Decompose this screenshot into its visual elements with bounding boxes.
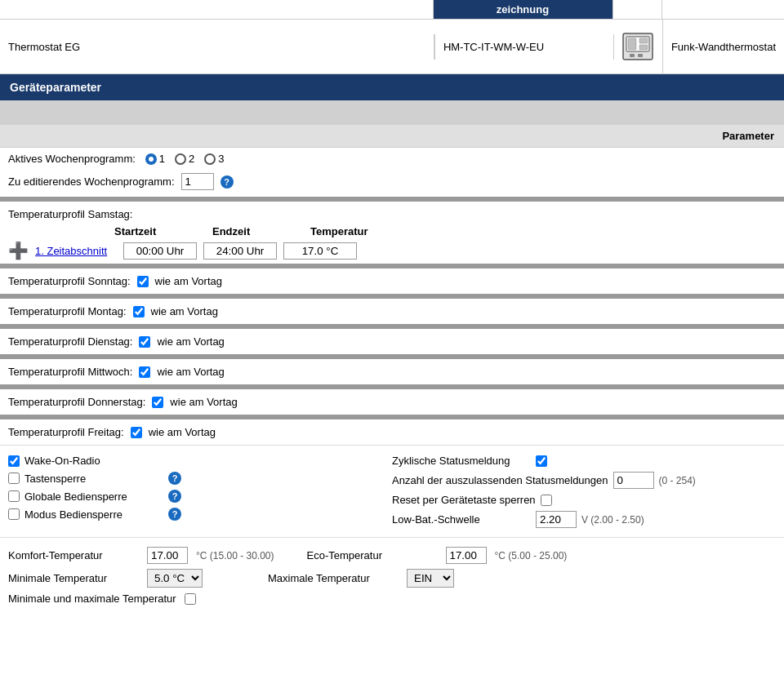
device-model: HM-TC-IT-WM-W-EU [434,34,614,60]
svg-rect-4 [639,45,648,50]
profile-label-4: Temperaturprofil Donnerstag: [8,396,145,408]
profile-row-2: Temperaturprofil Dienstag: wie am Vortag [0,329,784,354]
wake-on-radio-checkbox[interactable] [8,455,20,467]
modus-bediensperre-help-icon[interactable]: ? [168,508,181,521]
profile-checkbox-0[interactable] [137,276,149,287]
radio-label-1: 1 [159,153,165,165]
profile-label-2: Temperaturprofil Dienstag: [8,335,132,348]
radio-empty-2 [175,153,186,165]
profile-label-1: Temperaturprofil Montag: [8,305,127,317]
wake-on-radio-label: Wake-On-Radio [24,455,163,467]
globale-bediensperre-row: Globale Bediensperre ? [8,487,392,505]
col-endzeit: Endzeit [212,225,310,237]
profile-label-5: Temperaturprofil Freitag: [8,426,124,438]
editieren-label: Zu editierendes Wochenprogramm: [8,175,175,188]
profile-checkbox-1[interactable] [133,306,145,317]
zeitabschnitt-row: ➕ 1. Zeitabschnitt [8,241,776,260]
anzahl-range: (0 - 254) [659,475,696,486]
zyklische-label: Zyklische Statusmeldung [392,455,531,467]
radio-filled-1 [145,153,157,165]
editieren-spinbox[interactable] [181,173,214,190]
komfort-range: °C (15.00 - 30.00) [196,550,274,561]
add-icon[interactable]: ➕ [8,241,29,260]
section-title: Geräteparameter [0,74,784,100]
svg-rect-6 [638,54,643,57]
radio-option-2[interactable]: 2 [175,153,194,165]
svg-rect-3 [639,38,648,43]
modus-bediensperre-label: Modus Bediensperre [24,508,163,521]
device-header: Thermostat EG HM-TC-IT-WM-W-EU Funk-Wand… [0,20,784,74]
wochenprogramm-row: Aktives Wochenprogramm: 1 2 3 [0,148,784,170]
profile-checkbox-5[interactable] [131,427,142,438]
profile-row-3: Temperaturprofil Mittwoch: wie am Vortag [0,359,784,384]
thermostat-icon [621,30,654,63]
param-header: Parameter [0,125,784,148]
editieren-row: Zu editierendes Wochenprogramm: ? [0,170,784,197]
zyklische-row: Zyklische Statusmeldung [392,452,776,469]
zeitabschnitt-label[interactable]: 1. Zeitabschnitt [35,245,117,257]
tastensperre-help-icon[interactable]: ? [168,472,181,485]
minmax-row: Minimale und maximale Temperatur [8,590,776,607]
samstag-title: Temperaturprofil Samstag: [8,208,776,220]
device-type: Funk-Wandthermostat [663,34,784,60]
profile-checkbox-3[interactable] [139,366,150,378]
device-name: Thermostat EG [0,34,434,60]
radio-label-2: 2 [189,153,194,165]
profile-row-1: Temperaturprofil Montag: wie am Vortag [0,299,784,324]
zyklische-checkbox[interactable] [536,455,547,467]
col-startzeit: Startzeit [114,225,212,237]
min-temp-row: Minimale Temperatur 5.0 °C 5.5 °C 6.0 °C… [8,566,776,590]
svg-rect-5 [630,54,635,57]
col-zeichnung-header: zeichnung [433,0,612,20]
wochenprogramm-label: Aktives Wochenprogramm: [8,153,136,165]
profile-row-5: Temperaturprofil Freitag: wie am Vortag [0,419,784,445]
wie-vortag-text-3: wie am Vortag [157,366,224,378]
globale-bediensperre-checkbox[interactable] [8,490,20,502]
editieren-help-icon[interactable]: ? [220,175,234,189]
globale-bediensperre-label: Globale Bediensperre [24,490,163,503]
radio-option-3[interactable]: 3 [204,153,224,165]
settings-section: Wake-On-Radio Tastensperre ? Globale Bed… [0,445,784,537]
profile-label-3: Temperaturprofil Mittwoch: [8,366,132,378]
profile-checkbox-4[interactable] [152,397,163,408]
tastensperre-checkbox[interactable] [8,473,20,484]
profile-checkbox-2[interactable] [139,336,150,348]
komfort-input[interactable] [147,547,188,564]
reset-label: Reset per Gerätetaste sperren [392,494,536,506]
reset-row: Reset per Gerätetaste sperren [392,491,776,508]
minmax-label: Minimale und maximale Temperatur [8,592,176,605]
komfort-label: Komfort-Temperatur [8,549,139,561]
tastensperre-row: Tastensperre ? [8,469,392,487]
lowbat-input[interactable] [536,511,577,528]
modus-bediensperre-row: Modus Bediensperre ? [8,505,392,523]
wie-vortag-text-0: wie am Vortag [155,275,222,287]
radio-option-1[interactable]: 1 [145,153,165,165]
lowbat-row: Low-Bat.-Schwelle V (2.00 - 2.50) [392,508,776,530]
start-time-input[interactable] [123,242,197,260]
minmax-checkbox[interactable] [185,593,196,605]
wie-vortag-text-1: wie am Vortag [151,305,218,317]
anzahl-input[interactable] [613,472,654,489]
modus-bediensperre-checkbox[interactable] [8,508,20,520]
wake-on-radio-row: Wake-On-Radio [8,452,392,469]
max-temp-select[interactable]: EIN AUS [407,569,454,588]
profile-label-0: Temperaturprofil Sonntag: [8,275,131,287]
wie-vortag-text-5: wie am Vortag [149,426,216,438]
radio-label-3: 3 [218,153,224,165]
tastensperre-label: Tastensperre [24,473,163,485]
svg-rect-2 [628,38,636,50]
temp-input[interactable] [283,242,357,260]
anzahl-row: Anzahl der auszulassenden Statusmeldunge… [392,469,776,491]
profiles-container: Temperaturprofil Sonntag: wie am Vortag … [0,264,784,445]
profile-row-4: Temperaturprofil Donnerstag: wie am Vort… [0,389,784,415]
min-temp-select[interactable]: 5.0 °C 5.5 °C 6.0 °C [147,569,203,588]
col-temperatur: Temperatur [310,225,392,237]
eco-input[interactable] [446,547,487,564]
lowbat-range: V (2.00 - 2.50) [581,514,644,526]
settings-left: Wake-On-Radio Tastensperre ? Globale Bed… [8,452,392,530]
reset-checkbox[interactable] [541,495,552,506]
settings-right: Zyklische Statusmeldung Anzahl der auszu… [392,452,776,530]
end-time-input[interactable] [203,242,277,260]
globale-bediensperre-help-icon[interactable]: ? [168,490,181,503]
radio-empty-3 [204,153,216,165]
